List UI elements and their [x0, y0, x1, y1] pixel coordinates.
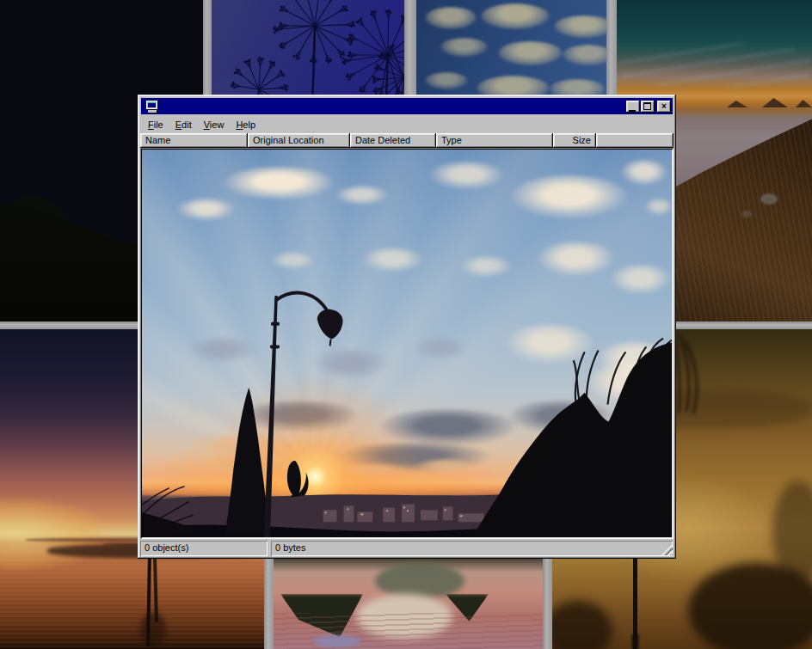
menu-edit[interactable]: Edit — [169, 118, 198, 132]
menu-help[interactable]: Help — [230, 118, 261, 132]
menu-bar: File Edit View Help — [140, 115, 674, 132]
silhouette-layer — [142, 150, 672, 537]
small-tree — [287, 461, 309, 498]
column-header-filler[interactable] — [596, 133, 674, 148]
menu-view[interactable]: View — [198, 118, 231, 132]
status-bar: 0 object(s) 0 bytes — [140, 541, 674, 556]
menu-file[interactable]: File — [142, 118, 169, 132]
column-header-size[interactable]: Size — [553, 133, 596, 148]
column-header-original-location[interactable]: Original Location — [248, 133, 350, 148]
lamp-head — [317, 309, 343, 340]
file-list-viewport[interactable] — [140, 148, 674, 539]
close-button[interactable]: × — [657, 101, 671, 113]
close-icon: × — [657, 101, 671, 113]
window-titlebar[interactable]: _ × — [141, 98, 673, 114]
minimize-icon: _ — [629, 110, 636, 112]
desktop-screenshot: _ × File Edit View Help Name Original Lo… — [0, 0, 812, 649]
sunset-lamp-photo — [142, 150, 672, 537]
maximize-button[interactable] — [641, 101, 655, 113]
status-byte-count: 0 bytes — [271, 541, 673, 556]
minimize-button[interactable]: _ — [626, 101, 640, 113]
status-object-count: 0 object(s) — [140, 541, 268, 556]
maximize-icon — [643, 102, 651, 110]
column-header-type[interactable]: Type — [436, 133, 553, 148]
column-header-date-deleted[interactable]: Date Deleted — [350, 133, 436, 148]
window-icon[interactable] — [146, 101, 159, 113]
tree-group-silhouette — [472, 343, 672, 537]
column-header-row: Name Original Location Date Deleted Type… — [140, 133, 674, 148]
recycle-bin-window[interactable]: _ × File Edit View Help Name Original Lo… — [138, 95, 676, 559]
column-header-name[interactable]: Name — [140, 133, 248, 148]
cypress-tree — [225, 388, 270, 534]
